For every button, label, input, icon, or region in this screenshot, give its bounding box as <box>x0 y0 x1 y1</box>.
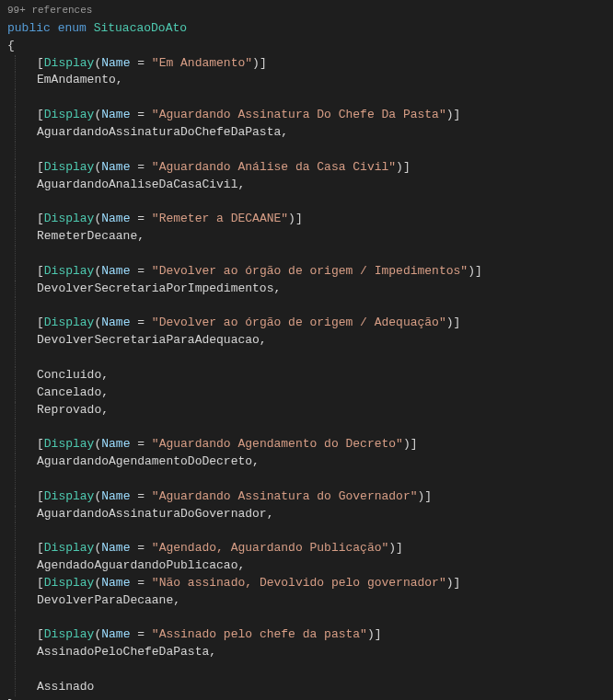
display-attribute: [Display(Name = "Aguardando Assinatura d… <box>7 488 606 506</box>
display-attribute: [Display(Name = "Não assinado, Devolvido… <box>7 575 606 592</box>
enum-member: EmAndamento, <box>7 72 606 89</box>
display-attribute: [Display(Name = "Devolver ao órgão de or… <box>7 263 606 281</box>
blank-line <box>7 471 606 488</box>
display-attribute: [Display(Name = "Aguardando Agendamento … <box>7 436 606 453</box>
enum-member: AguardandoAssinaturaDoGovernador, <box>7 506 606 523</box>
enum-member: Concluido, <box>7 367 606 384</box>
enum-member: Assinado <box>7 679 606 696</box>
enum-member: AssinadoPeloChefeDaPasta, <box>7 644 606 661</box>
enum-member: DevolverSecretariaPorImpedimentos, <box>7 281 606 298</box>
enum-member: AgendadoAguardandoPublicacao, <box>7 557 606 575</box>
blank-line <box>7 246 606 263</box>
enum-member: DevolverSecretariaParaAdequacao, <box>7 332 606 350</box>
enum-member: AguardandoAssinaturaDoChefeDaPasta, <box>7 124 606 142</box>
enum-type-name: SituacaoDoAto <box>94 21 187 35</box>
blank-line <box>7 522 606 540</box>
enum-declaration: public enum SituacaoDoAto <box>7 20 606 38</box>
blank-line <box>7 193 606 211</box>
blank-line <box>7 661 606 679</box>
open-brace: { <box>7 38 606 55</box>
blank-line <box>7 419 606 436</box>
display-attribute: [Display(Name = "Aguardando Assinatura D… <box>7 107 606 124</box>
enum-member: AguardandoAgendamentoDoDecreto, <box>7 453 606 471</box>
enum-member: AguardandoAnaliseDaCasaCivil, <box>7 177 606 194</box>
blank-line <box>7 142 606 159</box>
display-attribute: [Display(Name = "Assinado pelo chefe da … <box>7 626 606 644</box>
display-attribute: [Display(Name = "Agendado, Aguardando Pu… <box>7 540 606 557</box>
display-attribute: [Display(Name = "Remeter a DECAANE")] <box>7 211 606 228</box>
enum-keyword: enum <box>58 21 87 35</box>
close-brace: } <box>7 696 606 700</box>
enum-member: Cancelado, <box>7 384 606 402</box>
enum-member: Reprovado, <box>7 402 606 419</box>
enum-member: DevolverParaDecaane, <box>7 592 606 610</box>
blank-line <box>7 610 606 627</box>
modifier-keyword: public <box>7 21 51 35</box>
enum-member: RemeterDecaane, <box>7 228 606 246</box>
codelens-references[interactable]: 99+ references <box>7 4 606 18</box>
display-attribute: [Display(Name = "Em Andamento")] <box>7 55 606 73</box>
blank-line <box>7 350 606 367</box>
code-editor[interactable]: public enum SituacaoDoAto { [Display(Nam… <box>7 20 606 700</box>
display-attribute: [Display(Name = "Devolver ao órgão de or… <box>7 315 606 332</box>
display-attribute: [Display(Name = "Aguardando Análise da C… <box>7 159 606 177</box>
blank-line <box>7 297 606 315</box>
blank-line <box>7 89 606 107</box>
